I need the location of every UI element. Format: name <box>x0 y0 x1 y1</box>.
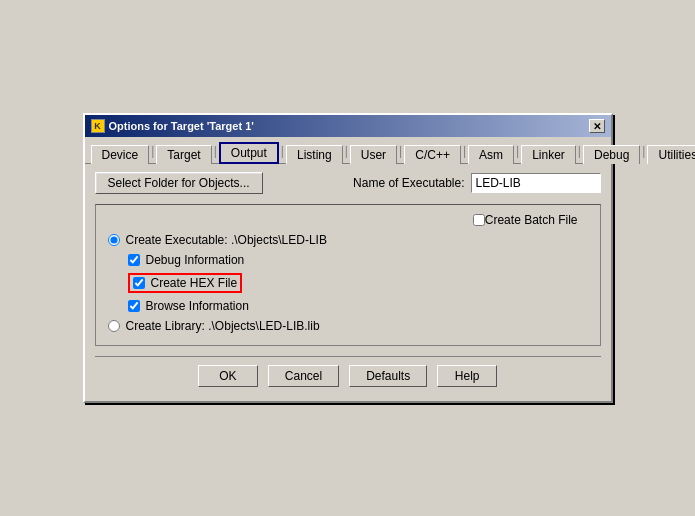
tab-listing[interactable]: Listing <box>286 145 343 164</box>
tab-device[interactable]: Device <box>91 145 150 164</box>
create-executable-radio[interactable] <box>108 234 120 246</box>
create-hex-file-label: Create HEX File <box>151 276 238 290</box>
bottom-buttons: OK Cancel Defaults Help <box>95 356 601 393</box>
defaults-button[interactable]: Defaults <box>349 365 427 387</box>
tab-cpp[interactable]: C/C++ <box>404 145 461 164</box>
name-of-executable-input[interactable] <box>471 173 601 193</box>
create-hex-file-checkbox[interactable] <box>133 277 145 289</box>
create-hex-file-row: Create HEX File <box>108 273 588 293</box>
browse-information-label: Browse Information <box>146 299 249 313</box>
debug-information-label: Debug Information <box>146 253 245 267</box>
window-title: Options for Target 'Target 1' <box>109 120 254 132</box>
create-executable-label: Create Executable: .\Objects\LED-LIB <box>126 233 327 247</box>
debug-information-checkbox[interactable] <box>128 254 140 266</box>
help-button[interactable]: Help <box>437 365 497 387</box>
cancel-button[interactable]: Cancel <box>268 365 339 387</box>
browse-information-checkbox[interactable] <box>128 300 140 312</box>
select-folder-button[interactable]: Select Folder for Objects... <box>95 172 263 194</box>
tab-utilities[interactable]: Utilities <box>647 145 695 164</box>
hex-file-highlight: Create HEX File <box>128 273 243 293</box>
create-batch-file-checkbox[interactable] <box>473 214 485 226</box>
create-batch-row: Create Batch File <box>108 213 588 227</box>
name-row: Name of Executable: <box>353 173 600 193</box>
name-of-executable-label: Name of Executable: <box>353 176 464 190</box>
group-content: Create Executable: .\Objects\LED-LIB Deb… <box>108 233 588 333</box>
ok-button[interactable]: OK <box>198 365 258 387</box>
tab-output[interactable]: Output <box>219 142 279 164</box>
debug-information-row: Debug Information <box>108 253 588 267</box>
tab-user[interactable]: User <box>350 145 397 164</box>
close-button[interactable]: ✕ <box>589 119 605 133</box>
main-window: K Options for Target 'Target 1' ✕ Device… <box>83 113 613 403</box>
create-library-radio[interactable] <box>108 320 120 332</box>
tab-asm[interactable]: Asm <box>468 145 514 164</box>
title-bar-left: K Options for Target 'Target 1' <box>91 119 254 133</box>
create-library-label: Create Library: .\Objects\LED-LIB.lib <box>126 319 320 333</box>
create-executable-row: Create Executable: .\Objects\LED-LIB <box>108 233 588 247</box>
tabs-row: Device | Target | Output | Listing | Use… <box>85 137 611 163</box>
top-row: Select Folder for Objects... Name of Exe… <box>95 172 601 194</box>
browse-information-row: Browse Information <box>108 299 588 313</box>
output-group-box: Create Batch File Create Executable: .\O… <box>95 204 601 346</box>
title-bar: K Options for Target 'Target 1' ✕ <box>85 115 611 137</box>
content-area: Select Folder for Objects... Name of Exe… <box>85 163 611 401</box>
tab-linker[interactable]: Linker <box>521 145 576 164</box>
app-icon: K <box>91 119 105 133</box>
create-library-row: Create Library: .\Objects\LED-LIB.lib <box>108 319 588 333</box>
tab-debug[interactable]: Debug <box>583 145 640 164</box>
create-batch-file-label: Create Batch File <box>485 213 578 227</box>
tab-target[interactable]: Target <box>156 145 211 164</box>
